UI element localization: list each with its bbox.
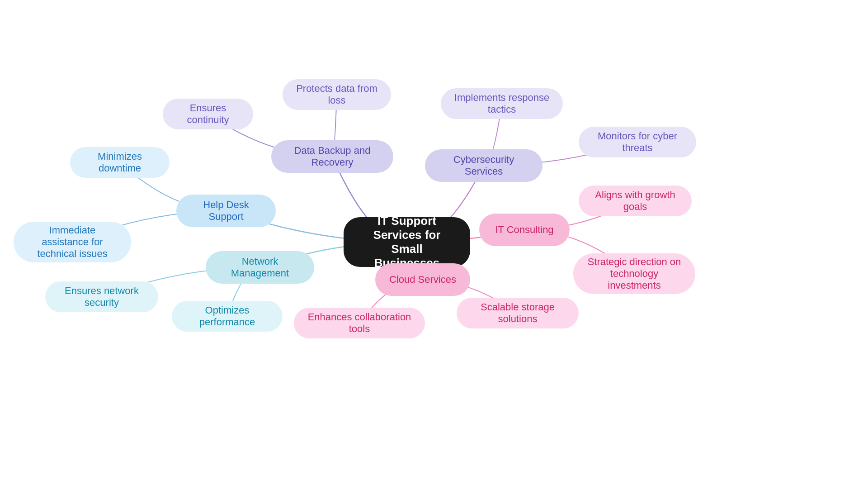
node-nm1: Ensures network security (45, 281, 158, 312)
node-db2: Ensures continuity (163, 99, 253, 129)
node-cloudservices: Cloud Services (375, 263, 470, 296)
node-cy1: Implements response tactics (441, 88, 563, 119)
node-cy2: Monitors for cyber threats (579, 127, 696, 157)
node-hd2: Immediate assistance fortechnical issues (14, 222, 131, 262)
node-ic2: Strategic direction ontechnology investm… (573, 253, 695, 294)
node-itconsulting: IT Consulting (479, 214, 570, 246)
node-databackup: Data Backup and Recovery (271, 140, 393, 173)
node-networkmanagement: Network Management (206, 251, 314, 284)
node-hd1: Minimizes downtime (70, 147, 170, 178)
node-nm2: Optimizes performance (172, 301, 283, 332)
node-center: IT Support Services for SmallBusinesses (344, 217, 470, 267)
mind-map: IT Support Services for SmallBusinessesH… (0, 0, 868, 490)
node-cs1: Enhances collaboration tools (294, 308, 425, 338)
node-helpdesk: Help Desk Support (176, 195, 276, 227)
node-cybersecurity: Cybersecurity Services (425, 149, 542, 182)
node-ic1: Aligns with growth goals (579, 186, 692, 216)
node-cs2: Scalable storage solutions (457, 298, 579, 328)
node-db1: Protects data from loss (283, 79, 391, 110)
